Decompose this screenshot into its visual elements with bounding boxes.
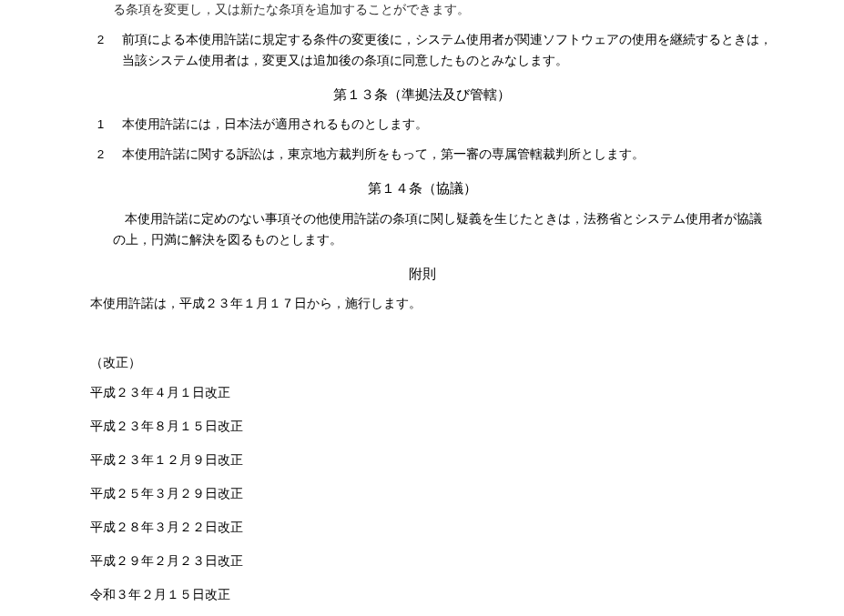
- item-text: 前項による本使用許諾に規定する条件の変更後に，システム使用者が関連ソフトウェアの…: [115, 30, 782, 72]
- revision-list: 平成２３年４月１日改正 平成２３年８月１５日改正 平成２３年１２月９日改正 平成…: [90, 383, 782, 606]
- revision-item: 令和３年２月１５日改正: [90, 585, 782, 606]
- item-number: 2: [87, 145, 115, 166]
- supplementary-body: 本使用許諾は，平成２３年１月１７日から，施行します。: [90, 294, 782, 315]
- revision-item: 平成２３年８月１５日改正: [90, 417, 782, 438]
- item-number: 2: [87, 30, 115, 72]
- article-14-heading: 第１４条（協議）: [63, 177, 782, 200]
- supplementary-heading: 附則: [63, 262, 782, 286]
- revision-item: 平成２５年３月２９日改正: [90, 484, 782, 505]
- item-text: 本使用許諾には，日本法が適用されるものとします。: [115, 115, 782, 136]
- revision-item: 平成２３年１２月９日改正: [90, 450, 782, 471]
- article-12-item-2: 2 前項による本使用許諾に規定する条件の変更後に，システム使用者が関連ソフトウェ…: [63, 30, 782, 72]
- revision-label: （改正）: [90, 353, 782, 374]
- article-13-item-2: 2 本使用許諾に関する訴訟は，東京地方裁判所をもって，第一審の専属管轄裁判所とし…: [63, 145, 782, 166]
- revision-item: 平成２９年２月２３日改正: [90, 551, 782, 572]
- revision-item: 平成２８年３月２２日改正: [90, 518, 782, 539]
- article-14-body: 本使用許諾に定めのない事項その他使用許諾の条項に関し疑義を生じたときは，法務省と…: [113, 209, 773, 251]
- item-number: 1: [87, 115, 115, 136]
- cutoff-partial-line: る条項を変更し，又は新たな条項を追加することができます。: [113, 0, 782, 21]
- license-document-content: る条項を変更し，又は新たな条項を追加することができます。 2 前項による本使用許…: [45, 0, 800, 616]
- revision-item: 平成２３年４月１日改正: [90, 383, 782, 404]
- article-13-heading: 第１３条（準拠法及び管轄）: [63, 83, 782, 106]
- article-13-item-1: 1 本使用許諾には，日本法が適用されるものとします。: [63, 115, 782, 136]
- item-text: 本使用許諾に関する訴訟は，東京地方裁判所をもって，第一審の専属管轄裁判所とします…: [115, 145, 782, 166]
